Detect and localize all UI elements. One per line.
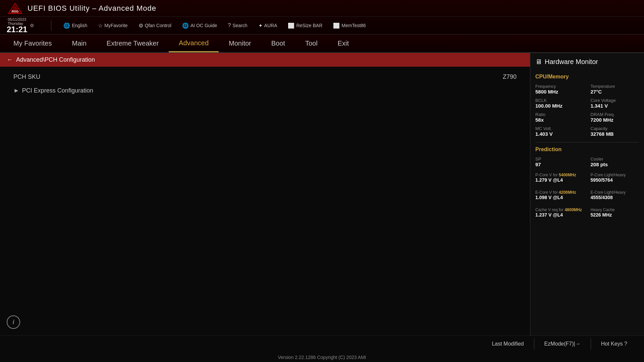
- stat-sp: SP 97: [535, 157, 584, 167]
- title-bar: ROG UEFI BIOS Utility – Advanced Mode: [0, 0, 644, 17]
- english-label: English: [72, 23, 87, 28]
- time-display: 21:21: [7, 25, 27, 34]
- favorite-icon: ☆: [98, 22, 103, 29]
- ezmode-button[interactable]: EzMode(F7)|→: [534, 338, 591, 350]
- app-title: UEFI BIOS Utility – Advanced Mode: [28, 4, 156, 13]
- pch-sku-value: Z790: [503, 73, 517, 80]
- menu-item-pch-sku[interactable]: PCH SKU Z790: [0, 70, 530, 84]
- hw-monitor-title-text: Hardware Monitor: [545, 58, 598, 66]
- tab-tool[interactable]: Tool: [295, 35, 328, 52]
- memtest-icon: ⬜: [333, 22, 340, 29]
- hw-monitor-title: 🖥 Hardware Monitor: [535, 58, 639, 68]
- cpu-memory-section-title: CPU/Memory: [535, 74, 639, 80]
- pcore-lh-item: P-Core Light/Heavy 5950/5764: [591, 173, 639, 183]
- qfan-label: Qfan Control: [145, 23, 171, 28]
- svg-text:ROG: ROG: [12, 10, 19, 13]
- toolbar-english[interactable]: 🌐 English: [61, 21, 89, 30]
- stat-bclk: BCLK 100.00 MHz: [535, 98, 584, 109]
- toolbar-qfan[interactable]: ⚙ Qfan Control: [137, 21, 173, 30]
- cache-v-value: 1.237 V @L4: [535, 212, 584, 218]
- info-icon[interactable]: i: [7, 315, 20, 329]
- aura-icon: ✦: [258, 22, 263, 29]
- settings-icon[interactable]: ⚙: [30, 23, 34, 28]
- aura-label: AURA: [264, 23, 277, 28]
- tab-myfavorites[interactable]: My Favorites: [3, 35, 62, 52]
- tab-monitor[interactable]: Monitor: [219, 35, 261, 52]
- pcore-v-label: P-Core V for 5400MHz: [535, 173, 584, 177]
- date-time: 05/11/2023 Thursday 21:21: [7, 17, 27, 34]
- pcore-v-item: P-Core V for 5400MHz 1.279 V @L4: [535, 173, 584, 183]
- capacity-value: 32768 MB: [591, 131, 639, 137]
- toolbar: 05/11/2023 Thursday 21:21 ⚙ 🌐 English ☆ …: [0, 17, 644, 34]
- ecore-v-label: E-Core V for 4200MHz: [535, 190, 584, 195]
- stat-dram-freq: DRAM Freq. 7200 MHz: [591, 112, 639, 123]
- last-modified-button[interactable]: Last Modified: [482, 338, 534, 350]
- ecore-v-value: 1.098 V @L4: [535, 195, 584, 200]
- temperature-value: 27°C: [591, 89, 639, 95]
- nav-tabs: My Favorites Main Extreme Tweaker Advanc…: [0, 35, 644, 53]
- globe-icon: 🌐: [63, 22, 70, 29]
- pcore-freq-highlight: 5400MHz: [559, 173, 576, 177]
- mc-volt-value: 1.403 V: [535, 131, 584, 137]
- ezmode-label: EzMode(F7)|→: [544, 341, 581, 347]
- menu-items: PCH SKU Z790 ► PCI Express Configuration: [0, 67, 530, 101]
- cooler-label: Cooler: [591, 157, 639, 162]
- tab-exit[interactable]: Exit: [328, 35, 359, 52]
- ecore-lh-value: 4555/4308: [591, 195, 639, 200]
- resizebar-label: ReSize BAR: [296, 23, 322, 28]
- pcore-v-value: 1.279 V @L4: [535, 177, 584, 183]
- hw-section-divider: [535, 142, 639, 142]
- footer-buttons: Last Modified EzMode(F7)|→ Hot Keys ?: [0, 338, 644, 350]
- stat-ratio: Ratio 58x: [535, 112, 584, 123]
- fan-icon: ⚙: [139, 22, 143, 29]
- tab-main[interactable]: Main: [62, 35, 96, 52]
- ecore-lh-label: E-Core Light/Heavy: [591, 190, 639, 195]
- prediction-cache: Cache V req for 4800MHz 1.237 V @L4 Heav…: [535, 207, 639, 222]
- datetime-area: 05/11/2023 Thursday 21:21 ⚙: [7, 17, 34, 34]
- hw-monitor-panel: 🖥 Hardware Monitor CPU/Memory Frequency …: [530, 53, 644, 336]
- toolbar-aioc[interactable]: 🌐 AI OC Guide: [180, 21, 219, 30]
- cache-heavy-label: Heavy Cache: [591, 207, 639, 212]
- stat-frequency: Frequency 5800 MHz: [535, 84, 584, 95]
- rog-logo: ROG: [7, 2, 23, 15]
- toolbar-divider-1: [51, 20, 51, 31]
- search-label: Search: [232, 23, 247, 28]
- breadcrumb: ← Advanced\PCH Configuration: [0, 53, 530, 67]
- logo-area: ROG UEFI BIOS Utility – Advanced Mode: [7, 2, 156, 15]
- monitor-icon: 🖥: [535, 58, 542, 66]
- toolbar-resizebar[interactable]: ⬜ ReSize BAR: [286, 21, 324, 30]
- mc-volt-label: MC Volt.: [535, 126, 584, 131]
- prediction-section-title: Prediction: [535, 146, 639, 153]
- stat-mc-volt: MC Volt. 1.403 V: [535, 126, 584, 137]
- toolbar-aura[interactable]: ✦ AURA: [256, 21, 279, 30]
- breadcrumb-path: Advanced\PCH Configuration: [16, 56, 95, 63]
- stat-core-voltage: Core Voltage 1.341 V: [591, 98, 639, 109]
- cache-heavy-item: Heavy Cache 5226 MHz: [591, 207, 639, 218]
- cache-freq-highlight: 4800MHz: [565, 207, 582, 212]
- tab-boot[interactable]: Boot: [261, 35, 295, 52]
- back-arrow[interactable]: ←: [7, 56, 13, 63]
- hotkeys-button[interactable]: Hot Keys ?: [591, 338, 637, 350]
- ecore-freq-highlight: 4200MHz: [559, 190, 576, 195]
- toolbar-myfavorite[interactable]: ☆ MyFavorite: [96, 21, 129, 30]
- dram-freq-value: 7200 MHz: [591, 117, 639, 123]
- tab-extremetweaker[interactable]: Extreme Tweaker: [97, 35, 169, 52]
- bclk-value: 100.00 MHz: [535, 103, 584, 109]
- cache-heavy-value: 5226 MHz: [591, 212, 639, 218]
- date-display: 05/11/2023 Thursday: [8, 17, 26, 25]
- content-area: ← Advanced\PCH Configuration PCH SKU Z79…: [0, 53, 530, 336]
- tab-advanced[interactable]: Advanced: [169, 35, 219, 52]
- resizebar-icon: ⬜: [288, 22, 294, 29]
- toolbar-search[interactable]: ? Search: [226, 21, 249, 30]
- header: ROG UEFI BIOS Utility – Advanced Mode 05…: [0, 0, 644, 35]
- temperature-label: Temperature: [591, 84, 639, 89]
- submenu-arrow-icon: ►: [13, 87, 19, 94]
- myfavorite-label: MyFavorite: [104, 23, 127, 28]
- cooler-value: 208 pts: [591, 162, 639, 167]
- stat-capacity: Capacity 32768 MB: [591, 126, 639, 137]
- prediction-sp-cooler: SP 97 Cooler 208 pts: [535, 157, 639, 167]
- toolbar-memtest[interactable]: ⬜ MemTest86: [331, 21, 368, 30]
- footer-version: Version 2.22.1286 Copyright (C) 2023 AMI: [278, 355, 366, 360]
- ai-icon: 🌐: [182, 22, 189, 29]
- menu-item-pci-express[interactable]: ► PCI Express Configuration: [0, 84, 530, 98]
